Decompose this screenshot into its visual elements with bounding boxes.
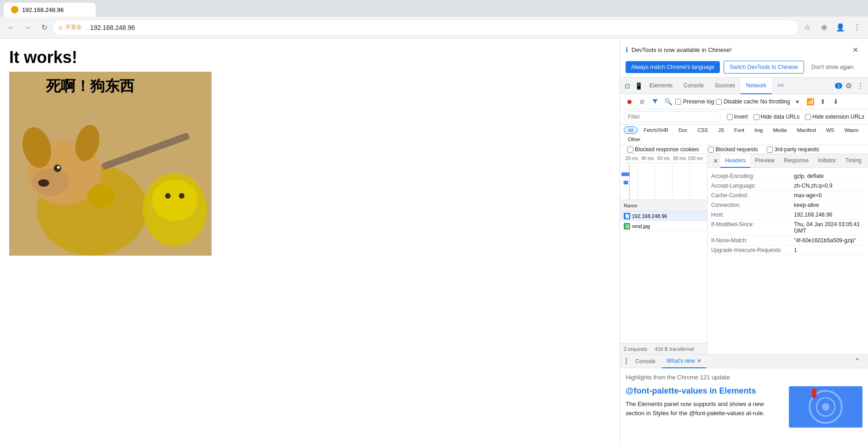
forward-button[interactable]: → bbox=[20, 20, 35, 35]
third-party-checkbox[interactable] bbox=[767, 147, 773, 153]
requests-count: 2 requests bbox=[624, 346, 647, 352]
disable-cache-text: Disable cache bbox=[724, 98, 758, 105]
svg-point-3 bbox=[32, 168, 69, 196]
type-filter-css[interactable]: CSS bbox=[694, 126, 713, 134]
bookmark-button[interactable]: ☆ bbox=[800, 20, 815, 35]
hide-data-urls-label[interactable]: Hide data URLs bbox=[753, 114, 800, 120]
type-filter-ws[interactable]: WS bbox=[822, 126, 839, 134]
disable-cache-label[interactable]: Disable cache bbox=[716, 98, 758, 105]
type-filter-manifest[interactable]: Manifest bbox=[793, 126, 820, 134]
dismiss-button[interactable]: Don't show again bbox=[808, 61, 857, 73]
bottom-bar-tabs: Console What's new ✕ ⌃ bbox=[620, 355, 868, 368]
reload-button[interactable]: ↻ bbox=[37, 20, 52, 35]
close-detail-button[interactable]: ✕ bbox=[711, 156, 720, 166]
whats-new-tab[interactable]: What's new ✕ bbox=[662, 355, 706, 368]
wifi-icon-button[interactable]: 📶 bbox=[805, 96, 816, 107]
tab-title: 192.168.248.96 bbox=[22, 6, 63, 13]
svg-point-5 bbox=[57, 166, 60, 169]
tab-timing[interactable]: Timing bbox=[840, 154, 866, 168]
type-filter-wasm[interactable]: Wasm bbox=[840, 126, 863, 134]
match-language-button[interactable]: Always match Chrome's language bbox=[626, 61, 720, 73]
back-button[interactable]: ← bbox=[4, 20, 18, 35]
type-filter-font[interactable]: Font bbox=[730, 126, 748, 134]
invert-checkbox[interactable] bbox=[727, 114, 733, 120]
hide-ext-urls-label[interactable]: Hide extension URLs bbox=[805, 114, 864, 120]
header-row: Accept-Encoding:gzip, deflate bbox=[711, 172, 864, 181]
type-filter-js[interactable]: JS bbox=[714, 126, 728, 134]
filter-icon-button[interactable] bbox=[650, 96, 661, 107]
header-row: Connection:keep-alive bbox=[711, 200, 864, 210]
browser-tab[interactable]: 192.168.248.96 bbox=[4, 3, 96, 17]
profile-button[interactable]: 👤 bbox=[833, 20, 848, 35]
download-button[interactable]: ⬇ bbox=[830, 96, 841, 107]
dog-illustration bbox=[9, 72, 212, 256]
blocked-cookies-text: Blocked response cookies bbox=[635, 146, 699, 153]
invert-filter-label[interactable]: Invert bbox=[727, 114, 748, 120]
disable-cache-checkbox[interactable] bbox=[716, 99, 722, 105]
switch-devtools-button[interactable]: Switch DevTools to Chinese bbox=[724, 61, 804, 74]
header-row: Accept-Language:zh-CN,zh;q=0.9 bbox=[711, 181, 864, 191]
expand-bottom-icon[interactable]: ⌃ bbox=[850, 354, 864, 369]
upload-button[interactable]: ⬆ bbox=[817, 96, 828, 107]
more-options-icon[interactable]: ⋮ bbox=[855, 80, 866, 91]
blocked-requests-checkbox[interactable] bbox=[708, 147, 714, 153]
svg-point-11 bbox=[165, 193, 171, 199]
close-notification-button[interactable]: ✕ bbox=[848, 42, 862, 57]
header-name: Host: bbox=[711, 212, 794, 218]
svg-point-8 bbox=[87, 184, 115, 207]
address-input[interactable] bbox=[53, 20, 798, 35]
tab-network-label: Network bbox=[746, 82, 766, 89]
blocked-requests-text: Blocked requests bbox=[715, 146, 758, 153]
type-filter-img[interactable]: Img bbox=[750, 126, 767, 134]
type-filter-other[interactable]: Other bbox=[624, 136, 645, 143]
filter-input[interactable] bbox=[624, 111, 721, 122]
third-party-label[interactable]: 3rd-party requests bbox=[767, 146, 819, 153]
tab-network[interactable]: Network bbox=[741, 78, 772, 94]
blocked-cookies-label[interactable]: Blocked response cookies bbox=[627, 146, 699, 153]
header-name: Connection: bbox=[711, 202, 794, 208]
clear-button[interactable]: ⊘ bbox=[637, 96, 648, 107]
type-filter-media[interactable]: Media bbox=[769, 126, 791, 134]
tab-headers[interactable]: Headers bbox=[720, 154, 750, 168]
bottom-bar: Console What's new ✕ ⌃ Highlights from t… bbox=[620, 354, 868, 446]
settings-icon[interactable]: ⚙ bbox=[843, 80, 854, 91]
page-content: It works! 死啊！狗东西 bbox=[0, 39, 620, 446]
tab-more[interactable]: >> bbox=[772, 78, 789, 94]
header-value: "4f-60e1601b5a509-gzip" bbox=[794, 237, 864, 244]
search-button[interactable]: 🔍 bbox=[662, 96, 673, 107]
svg-rect-20 bbox=[629, 172, 630, 176]
page-image: 死啊！狗东西 bbox=[9, 72, 212, 256]
tab-preview[interactable]: Preview bbox=[750, 154, 779, 168]
tab-initiator[interactable]: Initiator bbox=[813, 154, 840, 168]
console-tab[interactable]: Console bbox=[631, 355, 660, 368]
record-button[interactable]: ⏺ bbox=[624, 96, 635, 107]
type-filter-all[interactable]: All bbox=[624, 126, 638, 134]
network-filter-row: Invert Hide data URLs Hide extension URL… bbox=[620, 109, 868, 125]
request-row[interactable]: 📄192.168.248.96 bbox=[620, 211, 707, 221]
extensions-button[interactable]: ⊕ bbox=[816, 20, 831, 35]
menu-button[interactable]: ⋮ bbox=[850, 20, 864, 35]
tab-favicon bbox=[11, 6, 18, 13]
tab-console[interactable]: Console bbox=[678, 78, 709, 94]
preserve-log-label[interactable]: Preserve log bbox=[675, 98, 714, 105]
whats-new-close[interactable]: ✕ bbox=[697, 358, 701, 364]
request-row[interactable]: 🖼nmd.jpg bbox=[620, 221, 707, 231]
hide-ext-urls-checkbox[interactable] bbox=[805, 114, 811, 120]
type-filter-fetch/xhr[interactable]: Fetch/XHR bbox=[639, 126, 673, 134]
tab-sources[interactable]: Sources bbox=[709, 78, 741, 94]
blocked-requests-label[interactable]: Blocked requests bbox=[708, 146, 758, 153]
tab-elements[interactable]: Elements bbox=[644, 78, 678, 94]
type-filter-doc[interactable]: Doc bbox=[674, 126, 692, 134]
blocked-cookies-checkbox[interactable] bbox=[627, 147, 633, 153]
hide-data-urls-checkbox[interactable] bbox=[753, 114, 759, 120]
tab-response[interactable]: Response bbox=[779, 154, 813, 168]
preserve-log-checkbox[interactable] bbox=[675, 99, 681, 105]
throttle-dropdown[interactable]: ▾ bbox=[792, 96, 803, 107]
inspect-icon[interactable]: ⊡ bbox=[622, 80, 633, 91]
hide-ext-urls-text: Hide extension URLs bbox=[812, 114, 864, 120]
security-label: 不安全 bbox=[65, 23, 82, 31]
svg-rect-22 bbox=[624, 181, 628, 184]
device-icon[interactable]: 📱 bbox=[633, 80, 644, 91]
three-dots-icon[interactable] bbox=[624, 356, 629, 366]
svg-point-10 bbox=[152, 180, 198, 221]
